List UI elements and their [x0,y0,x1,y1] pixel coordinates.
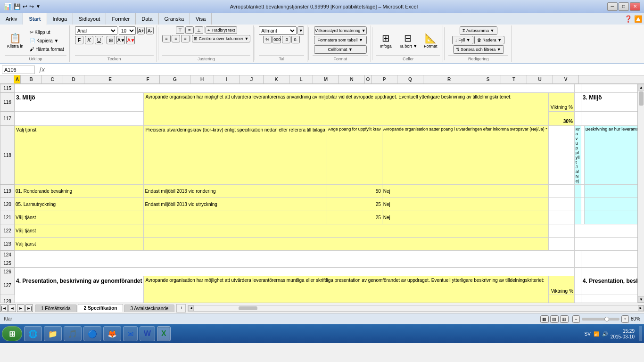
cell-117-A[interactable] [15,112,144,126]
cell-122-right[interactable] [574,224,637,238]
conditional-format-button[interactable]: Villkorsstyrd formatering ▼ [314,26,367,35]
vertical-scrollbar[interactable]: ▲ ▼ [637,84,644,303]
cell-118-Q[interactable] [581,126,584,185]
cell-117-viktning-val[interactable]: 30% [548,112,574,126]
col-header-R[interactable]: R [423,75,475,83]
paste-button[interactable]: 📋 Klistra in [5,31,26,51]
col-header-C[interactable]: C [42,75,63,83]
taskbar-clock[interactable]: 15:29 2015-03-10 [611,329,635,339]
font-color-button[interactable]: A▼ [126,36,135,44]
cell-116-O[interactable] [574,93,581,112]
cell-117-right[interactable] [581,112,637,126]
cell-124[interactable] [15,251,575,259]
taskbar-excel[interactable]: X [157,326,171,341]
sheet-tab-3[interactable]: 3 Avtalstecknande [124,304,174,312]
number-format-more[interactable]: ▼ [297,26,304,35]
tab-visa[interactable]: Visa [190,13,212,25]
col-header-A[interactable]: A [14,75,21,83]
cell-118-avropande[interactable]: Avropande organisation sätter poäng i ut… [382,126,548,185]
cell-120-desc[interactable]: Endast miljöbil 2013 vid utryckning [144,198,327,211]
cell-126-right[interactable] [581,268,637,276]
cell-115-O[interactable] [574,84,581,93]
zoom-out-button[interactable]: − [572,315,580,323]
underline-button[interactable]: U [95,36,103,44]
col-header-T[interactable]: T [501,75,527,83]
cell-121-status[interactable]: Nej [382,211,548,224]
cell-125-right[interactable] [581,259,637,268]
taskbar-media[interactable]: 🎵 [64,326,82,341]
taskbar-explorer[interactable]: 📁 [44,326,62,341]
cell-116-viktning[interactable]: Viktning % [548,93,574,112]
cell-121-Q[interactable] [581,211,584,224]
tab-data[interactable]: Data [136,13,158,25]
col-header-D[interactable]: D [63,75,84,83]
cell-120-Q[interactable] [581,198,584,211]
formula-function-button[interactable]: ƒx [37,66,47,73]
cell-116-section3-left[interactable]: 3. Miljö [15,93,144,112]
insert-cells-button[interactable]: ⊞ Infoga [376,31,395,51]
tab-infoga[interactable]: Infoga [47,13,74,25]
fill-button[interactable]: ↓ Fyll ▼ [452,36,473,44]
sort-filter-button[interactable]: ⇅ Sortera och filtrera ▼ [453,45,504,54]
cell-119-score[interactable]: 50 [327,185,382,198]
col-header-B[interactable]: B [21,75,42,83]
comma-button[interactable]: 000 [272,36,281,43]
cell-121-desc[interactable] [144,211,327,224]
cell-127-section4-desc[interactable]: Avropande organisation har möjlighet att… [144,276,548,303]
cell-118-krav[interactable]: Krav uppfyllt Ja/Nej [574,126,581,185]
cell-118-utvard[interactable]: Precisera utvärderingskrav (bör-krav) en… [144,126,327,185]
col-header-N[interactable]: N [339,75,365,83]
normal-view-button[interactable]: ▦ [540,315,549,323]
cell-122-service[interactable]: Välj tjänst [15,224,144,238]
font-name-select[interactable]: Arial [75,26,117,35]
cell-117-O[interactable] [574,112,581,126]
col-header-G[interactable]: G [160,75,190,83]
format-cells-button[interactable]: 📐 Format [421,31,440,51]
taskbar-chrome[interactable]: 🔵 [83,326,101,341]
font-size-select[interactable]: 10 [119,26,136,35]
quick-access-redo[interactable]: ↪ [29,3,34,10]
cell-124-right[interactable] [581,251,637,259]
autosum-button[interactable]: Σ Autosumma ▼ [460,26,497,35]
taskbar-word[interactable]: W [140,326,155,341]
cell-127-O[interactable] [574,276,581,295]
cell-120-krav-right[interactable] [574,198,581,211]
taskbar-outlook[interactable]: ✉ [123,326,138,341]
cell-126-O[interactable] [574,268,581,276]
cell-119-krav-right[interactable] [574,185,581,198]
scroll-up-button[interactable]: ▲ [638,84,644,90]
cell-119-service[interactable]: 01. Ronderande bevakning [15,185,144,198]
cell-120-service[interactable]: 05. Larmutryckning [15,198,144,211]
cell-128-O[interactable] [574,295,581,303]
zoom-slider-thumb[interactable] [604,317,609,321]
align-center-button[interactable]: ≡ [172,35,180,42]
taskbar-ie[interactable]: 🌐 [24,326,42,341]
tab-arkiv[interactable]: Arkiv [0,13,23,25]
col-header-Q[interactable]: Q [397,75,423,83]
cell-reference-input[interactable] [2,66,35,74]
show-desktop-button[interactable] [639,326,642,341]
cell-118-valj[interactable]: Välj tjänst [15,126,144,185]
tab-start[interactable]: Start [23,13,47,25]
align-right-button[interactable]: ≡ [181,35,190,42]
col-header-M[interactable]: M [313,75,339,83]
format-painter-button[interactable]: 🖌 Hämta format [27,45,66,53]
quick-access-save[interactable]: 💾 [14,3,21,10]
cell-119-Q[interactable] [581,185,584,198]
col-header-P[interactable]: P [372,75,397,83]
fill-color-button[interactable]: A▼ [116,36,125,44]
h-scroll-thumb[interactable] [239,306,257,310]
cell-116-section3-right[interactable]: 3. Miljö [581,93,637,112]
col-header-I[interactable]: I [214,75,240,83]
cell-119-O[interactable] [548,185,574,198]
cell-128-right[interactable] [581,295,637,303]
zoom-in-button[interactable]: + [621,315,629,323]
sheet-prev-button[interactable]: ◄ [8,304,16,312]
sheet-first-button[interactable]: |◄ [0,304,8,312]
cell-118-beskrivning[interactable]: Beskrivning av hur leverantören uppfylle… [584,126,637,185]
ribbon-resize-icon[interactable]: 🔼 [634,15,642,23]
cell-127-section4-left[interactable]: 4. Presentation, beskrivning av genomför… [15,276,144,303]
cell-123-service[interactable]: Välj tjänst [15,238,144,251]
cell-120-status[interactable]: Nej [382,198,548,211]
scroll-down-button[interactable]: ▼ [638,296,644,303]
